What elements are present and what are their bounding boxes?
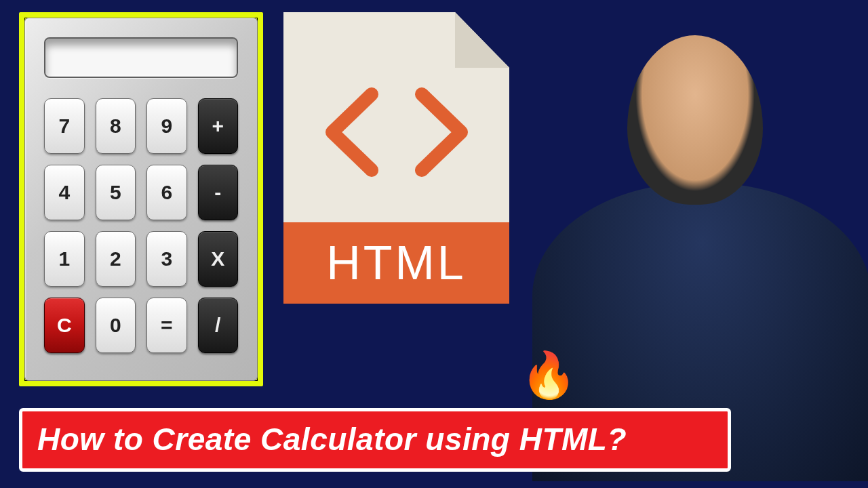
key-8[interactable]: 8 xyxy=(96,98,136,154)
key-equals[interactable]: = xyxy=(146,298,187,353)
key-plus[interactable]: + xyxy=(198,98,239,154)
key-4[interactable]: 4 xyxy=(44,165,85,220)
calculator-keypad: 7 8 9 + 4 5 6 - 1 2 3 X C 0 = / xyxy=(40,98,242,353)
key-9[interactable]: 9 xyxy=(146,98,187,154)
key-clear[interactable]: C xyxy=(44,298,85,353)
key-3[interactable]: 3 xyxy=(146,231,187,287)
fire-icon: 🔥 xyxy=(521,352,576,397)
key-5[interactable]: 5 xyxy=(96,165,136,220)
title-banner: How to Create Calculator using HTML? xyxy=(19,408,731,472)
key-divide[interactable]: / xyxy=(198,298,239,353)
file-type-label: HTML xyxy=(283,222,509,304)
angle-brackets-icon xyxy=(283,75,509,190)
html-file-icon: HTML xyxy=(283,12,509,304)
calculator: 7 8 9 + 4 5 6 - 1 2 3 X C 0 = / xyxy=(24,18,258,381)
key-0[interactable]: 0 xyxy=(96,298,136,353)
calculator-display[interactable] xyxy=(44,37,238,78)
key-2[interactable]: 2 xyxy=(96,231,136,287)
key-minus[interactable]: - xyxy=(198,165,239,220)
key-7[interactable]: 7 xyxy=(44,98,85,154)
calculator-frame: 7 8 9 + 4 5 6 - 1 2 3 X C 0 = / xyxy=(19,12,263,386)
key-1[interactable]: 1 xyxy=(44,231,85,287)
key-6[interactable]: 6 xyxy=(146,165,187,220)
key-multiply[interactable]: X xyxy=(198,231,239,287)
